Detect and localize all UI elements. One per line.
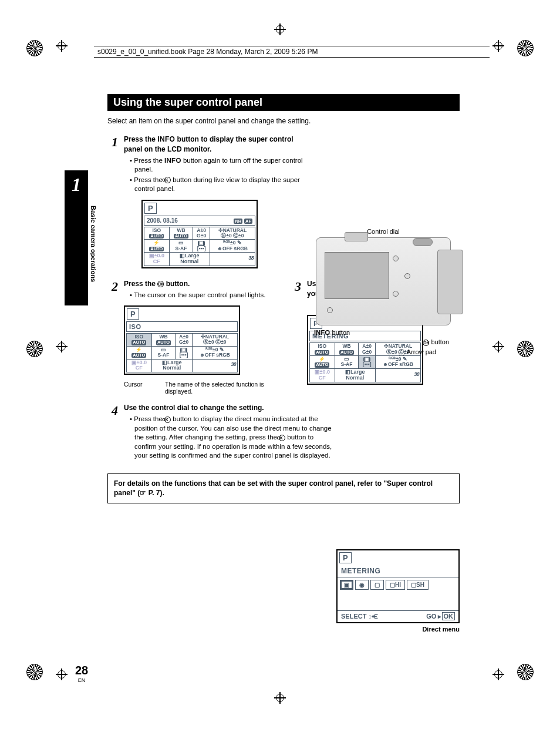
registration-mark-icon <box>26 40 43 56</box>
cell: ±0 <box>208 339 214 345</box>
running-head: s0029_e_00_0_unified.book Page 28 Monday… <box>94 46 490 58</box>
info-word: INFO <box>164 157 181 164</box>
step-1-head: Press the INFO button to display the sup… <box>124 135 312 154</box>
lcd-grid: ISOAUTO WBAUTO A±0G±0 ✣NATURALⓈ±0 Ⓒ±0 ⚡A… <box>144 227 255 266</box>
cell: OFF <box>222 246 232 251</box>
cell: Normal <box>163 365 181 371</box>
page-lang: EN <box>75 677 88 683</box>
cell: [▪▪▪] <box>197 246 206 251</box>
step-1-bullet: Press the OK button during live view to … <box>130 176 312 194</box>
frame-counter: 38 <box>192 359 237 372</box>
crop-mark-icon <box>492 341 504 352</box>
page-footer: 28 EN <box>75 664 88 683</box>
text: Press the <box>124 135 157 143</box>
function-name-caption: The name of the selected function is dis… <box>165 381 276 395</box>
lcd-date: 2008. 08.16 <box>147 217 178 224</box>
step-number: 3 <box>291 279 301 391</box>
step-2-bullet: The cursor on the super control panel li… <box>130 291 276 300</box>
lcd-function-label: ISO <box>126 321 238 332</box>
crop-mark-icon <box>56 341 68 352</box>
cell: Normal <box>346 375 364 381</box>
metering-option: ▢HI <box>386 580 405 590</box>
direct-menu-panel: P METERING ▣ ◉ ▢ ▢HI ▢SH SELECT ↕⥺ GO ▸O… <box>336 549 460 623</box>
ok-icon: OK <box>164 177 171 183</box>
cell: ±0 <box>221 339 226 345</box>
metering-option: ▢SH <box>407 580 429 590</box>
ok-button-label: OK button <box>307 338 460 346</box>
step-number: 1 <box>107 135 118 274</box>
direct-menu-title: METERING <box>338 565 458 577</box>
cell: G±0 <box>197 233 206 239</box>
text: Press the <box>134 157 164 164</box>
crop-mark-icon <box>56 40 68 52</box>
step-4: 4 Use the control dial to change the set… <box>107 403 460 461</box>
cell: ISO <box>134 334 143 340</box>
cell: AUTO <box>131 353 146 358</box>
section-heading: Using the super control panel <box>107 94 460 111</box>
cell: OFF <box>205 352 215 358</box>
chapter-label: Basic camera operations <box>90 206 97 282</box>
step-number: 4 <box>107 403 118 461</box>
cell: CF <box>319 375 326 381</box>
metering-option: ◉ <box>355 580 369 590</box>
go-hint: GO ▸OK <box>426 613 455 620</box>
cell: WB <box>177 227 185 233</box>
ok-icon: OK <box>279 435 285 441</box>
camera-diagram: Control dial INFO button OK button Arrow… <box>307 228 460 356</box>
cell: ±0 <box>238 233 244 239</box>
crop-mark-icon <box>492 669 504 680</box>
direct-menu-caption: Direct menu <box>322 626 460 633</box>
registration-mark-icon <box>26 664 43 680</box>
cell: OFF <box>388 361 398 367</box>
cell: ±0.0 <box>320 369 330 375</box>
control-dial-label: Control dial <box>307 228 460 235</box>
cell: ±0.0 <box>137 360 147 365</box>
chapter-number: 1 <box>65 170 88 196</box>
registration-mark-icon <box>517 40 534 56</box>
metering-option: ▢ <box>370 580 384 590</box>
cell: AUTO <box>149 234 164 239</box>
cell: G±0 <box>179 339 188 345</box>
camera-illustration <box>316 237 451 325</box>
cell: sRGB <box>216 352 230 358</box>
cell: Normal <box>180 258 198 264</box>
intro-text: Select an item on the super control pane… <box>107 117 460 125</box>
mode-badge: P <box>144 203 157 214</box>
lcd-panel-2: P ISO ISOAUTO WBAUTO A±0G±0 ✣NATURALⓈ±0 … <box>124 305 240 375</box>
cell: AUTO <box>315 362 329 367</box>
crop-mark-icon <box>56 669 68 680</box>
cell: ±0 <box>226 233 231 239</box>
cell: CF <box>136 365 143 371</box>
text: Press the <box>124 280 157 288</box>
frame-counter: 38 <box>210 253 255 266</box>
crop-mark-icon <box>274 692 286 704</box>
cell: ISO <box>152 227 161 233</box>
cell: Large <box>350 369 365 375</box>
registration-mark-icon <box>517 664 534 680</box>
step-1-bullet: Press the INFO button again to turn off … <box>130 156 312 174</box>
cell: AUTO <box>156 340 171 345</box>
cell: Large <box>167 360 182 365</box>
cell: S-AF <box>176 246 187 251</box>
cell: WB <box>159 334 167 340</box>
crop-mark-icon <box>492 40 504 52</box>
info-button-label: INFO button <box>307 329 460 336</box>
cell: Large <box>185 253 200 258</box>
frame-counter: 38 <box>375 368 420 382</box>
cursor-caption: Cursor <box>124 381 159 395</box>
step-2-head: Press the OK button. <box>124 279 276 289</box>
step-4-bullet: Press the OK button to display the direc… <box>130 415 335 461</box>
mode-badge: P <box>339 552 352 563</box>
text: Press the <box>134 415 164 422</box>
step-2: 2 Press the OK button. The cursor on the… <box>107 279 276 395</box>
cell: sRGB <box>234 246 248 251</box>
lcd-grid: ISOAUTO WBAUTO A±0G±0 ✣NATURALⓈ±0 Ⓒ±0 ⚡A… <box>126 333 238 372</box>
cell: [▪▪▪] <box>180 352 188 358</box>
cell: [▪▪▪] <box>363 361 372 367</box>
text: button. <box>164 280 190 288</box>
registration-mark-icon <box>26 341 43 357</box>
step-number: 2 <box>107 279 118 395</box>
af-badge: AF <box>244 219 252 224</box>
crop-mark-icon <box>274 23 286 35</box>
chapter-tab: 1 <box>65 170 88 305</box>
